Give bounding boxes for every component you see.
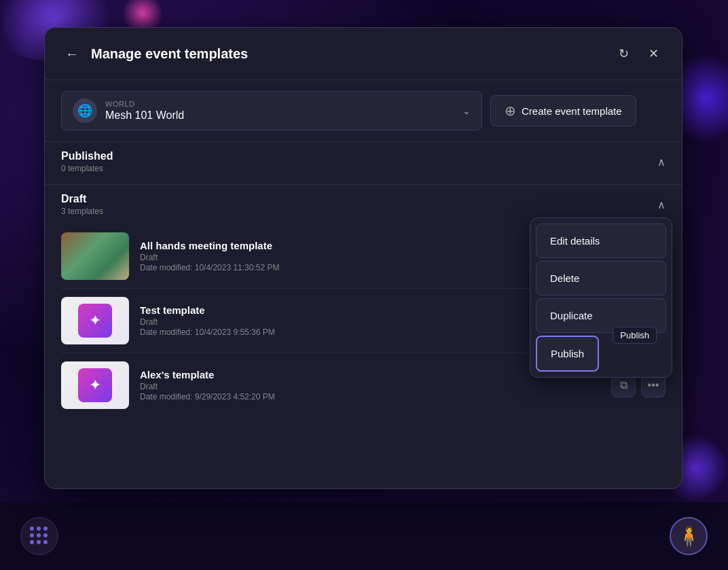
- forest-thumbnail: [61, 232, 129, 280]
- published-collapse-icon: ∧: [657, 156, 666, 168]
- dot: [43, 533, 48, 537]
- template-logo-2: ✦: [78, 304, 112, 338]
- modal-header: ← Manage event templates ↻ ✕: [45, 28, 682, 80]
- dot: [37, 540, 41, 544]
- copy-icon: ⧉: [620, 379, 627, 391]
- toolbar-row: 🌐 World Mesh 101 World ⌄ ⊕ Create event …: [45, 80, 682, 141]
- template-thumbnail-3: ✦: [61, 361, 129, 409]
- world-info: World Mesh 101 World: [105, 100, 454, 122]
- draft-title-group: Draft 3 templates: [61, 193, 103, 216]
- refresh-button[interactable]: ↻: [611, 41, 636, 66]
- published-count: 0 templates: [61, 164, 113, 173]
- world-icon: 🌐: [73, 99, 97, 123]
- dot: [30, 533, 34, 537]
- modal-window: ← Manage event templates ↻ ✕ 🌐 World Mes…: [44, 27, 682, 489]
- template-date-3: Date modified: 9/29/2023 4:52:20 PM: [140, 392, 600, 402]
- context-menu-publish[interactable]: Publish: [536, 336, 599, 372]
- context-menu-edit-details[interactable]: Edit details: [536, 224, 666, 258]
- refresh-icon: ↻: [619, 46, 629, 61]
- purple-thumbnail-2: ✦: [61, 297, 129, 344]
- publish-item-wrapper: Publish Publish: [536, 336, 666, 372]
- draft-collapse-icon: ∧: [657, 198, 666, 211]
- apps-grid-icon: [30, 527, 49, 546]
- more-icon: •••: [648, 379, 659, 391]
- world-name: Mesh 101 World: [105, 109, 454, 122]
- published-title-group: Published 0 templates: [61, 150, 113, 173]
- world-selector[interactable]: 🌐 World Mesh 101 World ⌄: [61, 91, 482, 130]
- published-section: Published 0 templates ∧: [45, 141, 682, 181]
- template-item: All hands meeting template Draft Date mo…: [61, 224, 666, 289]
- draft-section: Draft 3 templates ∧ All hands meeting te…: [45, 184, 682, 417]
- context-menu: Edit details Delete Duplicate Publish Pu…: [530, 217, 672, 378]
- create-button-label: Create event template: [522, 105, 622, 117]
- dot: [30, 527, 34, 531]
- world-label: World: [105, 100, 454, 108]
- close-icon: ✕: [649, 46, 659, 61]
- purple-thumbnail-3: ✦: [61, 361, 129, 409]
- context-menu-delete[interactable]: Delete: [536, 261, 666, 296]
- chevron-down-icon: ⌄: [462, 105, 471, 116]
- dot: [43, 540, 48, 544]
- header-actions: ↻ ✕: [611, 41, 666, 66]
- dot: [30, 540, 34, 544]
- create-event-template-button[interactable]: ⊕ Create event template: [490, 95, 636, 126]
- published-title: Published: [61, 150, 113, 162]
- modal-title: Manage event templates: [91, 46, 603, 62]
- draft-title: Draft: [61, 193, 103, 205]
- close-button[interactable]: ✕: [641, 41, 666, 66]
- plus-circle-icon: ⊕: [505, 103, 516, 119]
- avatar-icon: 🧍: [677, 525, 701, 548]
- template-status-3: Draft: [140, 382, 600, 391]
- dot: [43, 527, 48, 531]
- publish-tooltip: Publish: [613, 327, 657, 344]
- draft-count: 3 templates: [61, 207, 103, 216]
- template-thumbnail-2: ✦: [61, 297, 129, 344]
- template-logo-3: ✦: [78, 368, 112, 402]
- dot: [37, 533, 41, 537]
- back-button[interactable]: ←: [61, 43, 83, 65]
- apps-button[interactable]: [20, 517, 58, 555]
- template-list: All hands meeting template Draft Date mo…: [45, 224, 682, 417]
- avatar-button[interactable]: 🧍: [670, 517, 708, 555]
- published-section-header[interactable]: Published 0 templates ∧: [45, 141, 682, 181]
- taskbar: 🧍: [0, 502, 728, 570]
- template-thumbnail-1: [61, 232, 129, 280]
- dot: [37, 527, 41, 531]
- globe-icon: 🌐: [77, 103, 92, 118]
